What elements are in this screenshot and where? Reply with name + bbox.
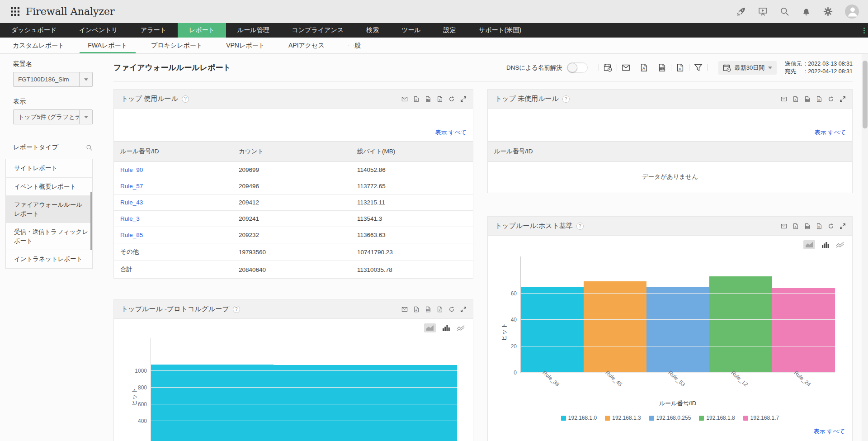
user-avatar[interactable] [845, 5, 859, 19]
email-icon[interactable] [781, 223, 787, 229]
refresh-icon[interactable] [828, 223, 834, 229]
tab-fwa-report[interactable]: FWAレポート [76, 38, 139, 53]
help-icon[interactable]: ? [233, 306, 240, 313]
schedule-calendar-icon[interactable] [604, 63, 612, 72]
bar-chart-icon[interactable] [442, 325, 450, 331]
expand-icon[interactable] [460, 306, 467, 313]
pdf-export-icon[interactable] [640, 63, 648, 72]
show-all-link[interactable]: 表示 すべて [488, 109, 852, 141]
csv-export-icon[interactable] [658, 63, 666, 72]
help-icon[interactable]: ? [182, 95, 189, 103]
pdf-icon[interactable] [413, 96, 420, 102]
filter-icon[interactable] [694, 63, 703, 72]
legend-item: 192.168.1.8 [699, 415, 735, 421]
tab-api-access[interactable]: APIアクセス [277, 38, 336, 53]
tab-proxy-report[interactable]: プロキシレポート [139, 38, 214, 53]
table-row: Rule_3 209241 113541.3 [114, 211, 473, 227]
nav-item-tools[interactable]: ツール [390, 23, 432, 38]
tab-general[interactable]: 一般 [336, 38, 373, 53]
area-chart-icon[interactable] [803, 240, 815, 249]
panel-title: トップルール -プロトコルグループ [121, 305, 229, 313]
excel-icon[interactable] [816, 223, 822, 229]
csv-icon[interactable] [425, 306, 431, 313]
notifications-icon[interactable] [802, 7, 811, 16]
rule-link[interactable]: Rule_57 [120, 183, 143, 190]
y-axis-tick: 60 [511, 290, 517, 297]
area-chart-icon[interactable] [424, 323, 436, 332]
scrollbar-thumb[interactable] [863, 61, 868, 128]
expand-icon[interactable] [840, 96, 846, 102]
nav-item-settings[interactable]: 設定 [432, 23, 467, 38]
nav-item-inventory[interactable]: インベントリ [68, 23, 129, 38]
dns-resolve-toggle[interactable] [567, 62, 588, 73]
period-select-button[interactable]: 最新30日間 [718, 61, 777, 75]
date-to-value: 2022-04-12 08:31 [808, 68, 853, 75]
tab-vpn-report[interactable]: VPNレポート [214, 38, 277, 53]
presentation-icon[interactable] [758, 7, 768, 16]
nav-item-search[interactable]: 検索 [355, 23, 390, 38]
app-title: Firewall Analyzer [26, 6, 115, 17]
rule-link[interactable]: Rule_85 [120, 232, 143, 238]
excel-icon[interactable] [816, 96, 822, 102]
date-from-label: 送信元 [785, 60, 805, 68]
table-row-total: 合計 20840640 11310035.78 [114, 261, 473, 279]
excel-export-icon[interactable] [676, 63, 684, 72]
gridline [521, 346, 835, 346]
bar-chart-icon[interactable] [821, 242, 830, 248]
rocket-icon[interactable] [736, 7, 746, 16]
show-all-link[interactable]: 表示 すべて [488, 421, 852, 441]
email-icon[interactable] [781, 96, 787, 102]
nav-item-alerts[interactable]: アラート [129, 23, 178, 38]
rule-link[interactable]: Rule_3 [120, 215, 140, 222]
settings-gear-icon[interactable] [823, 7, 833, 16]
nav-item-reports[interactable]: レポート [178, 23, 226, 38]
gridline [521, 293, 835, 294]
csv-icon[interactable] [804, 96, 811, 102]
expand-icon[interactable] [460, 96, 467, 102]
nav-item-compliance[interactable]: コンプライアンス [281, 23, 355, 38]
help-icon[interactable]: ? [576, 223, 584, 230]
line-chart-icon[interactable] [457, 325, 465, 331]
x-axis-tick-labels: Rule_88Rule_45Rule_53Rule_12Rule_24 [520, 373, 835, 398]
refresh-icon[interactable] [828, 96, 834, 102]
apps-grid-icon[interactable] [11, 7, 19, 16]
device-select[interactable]: FGT100D186_Sim [13, 72, 93, 87]
rule-link[interactable]: Rule_43 [120, 199, 143, 206]
pdf-icon[interactable] [793, 223, 799, 229]
pdf-icon[interactable] [413, 306, 420, 313]
report-type-site[interactable]: サイトレポート [6, 159, 92, 178]
email-icon[interactable] [401, 96, 408, 102]
csv-icon[interactable] [425, 96, 431, 102]
report-type-inbound-outbound-traffic[interactable]: 受信・送信トラフィックレポート [6, 223, 92, 250]
bar-Rule_88 [521, 287, 584, 373]
show-all-link[interactable]: 表示 すべて [114, 109, 473, 141]
excel-icon[interactable] [437, 306, 443, 313]
legend-label: 192.168.1.7 [750, 415, 779, 421]
legend-swatch [699, 416, 704, 421]
pdf-icon[interactable] [793, 96, 799, 102]
help-icon[interactable]: ? [562, 95, 570, 103]
nav-more-icon[interactable] [863, 23, 865, 38]
panel-top-rules-protocol-group: トップルール -プロトコルグループ ? [113, 299, 473, 441]
report-type-search-icon[interactable] [86, 144, 93, 151]
panel-top-rules-host-based: トップルール:ホスト基準 ? [487, 216, 853, 441]
rule-link[interactable]: Rule_90 [120, 166, 143, 173]
list-scrollbar-thumb[interactable] [90, 192, 92, 250]
csv-icon[interactable] [804, 223, 811, 229]
email-icon[interactable] [622, 63, 630, 72]
search-icon[interactable] [780, 7, 789, 16]
nav-item-rule-management[interactable]: ルール管理 [226, 23, 281, 38]
nav-item-support[interactable]: サポート(米国) [467, 23, 533, 38]
display-select[interactable]: トップ5件 (グラフとテ... [13, 109, 93, 124]
refresh-icon[interactable] [448, 96, 455, 102]
report-type-event-overview[interactable]: イベント概要レポート [6, 178, 92, 196]
report-type-intranet[interactable]: イントラネットレポート [6, 250, 92, 269]
expand-icon[interactable] [840, 223, 846, 229]
email-icon[interactable] [401, 306, 408, 313]
nav-item-dashboard[interactable]: ダッシュボード [0, 23, 68, 38]
tab-custom-report[interactable]: カスタムレポート [1, 38, 76, 53]
report-type-firewall-rule[interactable]: ファイアウォールルールレポート [6, 196, 92, 223]
line-chart-icon[interactable] [836, 242, 844, 248]
excel-icon[interactable] [437, 96, 443, 102]
refresh-icon[interactable] [448, 306, 455, 313]
